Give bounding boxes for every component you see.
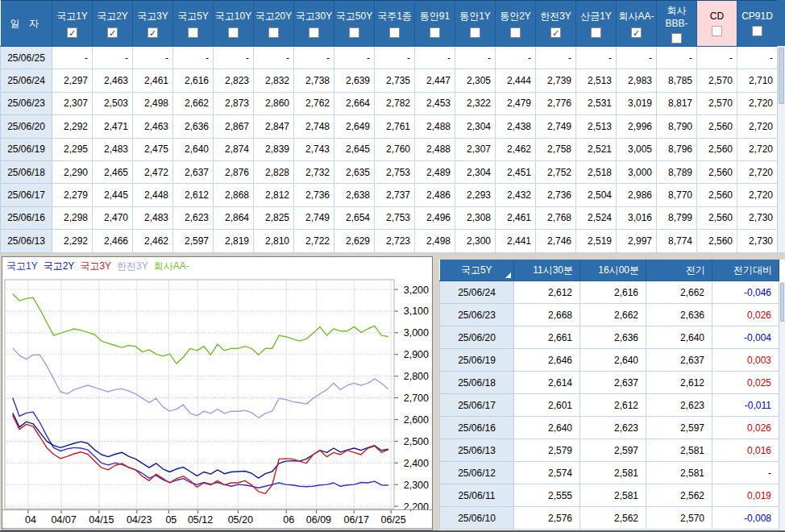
rates-row: 25/06/202,2922,4712,4632,6362,8672,8472,… <box>1 115 778 138</box>
rates-cell: - <box>375 47 415 69</box>
rates-col-checkbox-7[interactable] <box>349 27 359 38</box>
rates-col-checkbox-16[interactable] <box>712 26 722 36</box>
quote-series-selector[interactable]: 국고5Y <box>440 260 514 281</box>
rates-cell: - <box>93 47 133 69</box>
svg-text:3,200: 3,200 <box>404 285 429 296</box>
rates-col-checkbox-10[interactable] <box>470 27 480 38</box>
rates-col-checkbox-12[interactable]: ✓ <box>550 27 561 38</box>
rates-col-checkbox-4[interactable] <box>228 27 239 38</box>
rates-table-scrollbar-thumb[interactable] <box>779 48 784 104</box>
quote-cell-prev: 2,637 <box>646 349 712 372</box>
rates-cell: 2,762 <box>294 92 334 114</box>
quote-row-date: 25/06/23 <box>440 304 514 326</box>
rates-cell: 2,720 <box>737 184 778 206</box>
rates-cell: 2,432 <box>496 184 536 206</box>
quote-cell-prev: 2,570 <box>646 507 712 530</box>
quote-cell-prev: 2,636 <box>646 304 712 326</box>
rates-cell: - <box>455 47 496 69</box>
rates-cell: 2,498 <box>133 92 173 114</box>
rates-col-checkbox-5[interactable] <box>268 27 279 38</box>
rates-cell: 2,560 <box>697 184 737 206</box>
rates-col-checkbox-6[interactable] <box>309 27 319 38</box>
rates-col-label: 국고30Y <box>294 10 334 23</box>
rates-col-checkbox-3[interactable] <box>188 27 198 38</box>
quote-cell-change: 0,026 <box>712 417 779 439</box>
rates-row-date: 25/06/20 <box>1 115 52 138</box>
rates-row-date: 25/06/17 <box>1 184 52 206</box>
rates-cell: 2,304 <box>455 160 496 183</box>
quote-row: 25/06/162,6402,6232,5970,026 <box>440 417 779 439</box>
rates-col-header-5: 국고20Y <box>254 1 294 47</box>
rates-col-checkbox-14[interactable]: ✓ <box>631 27 642 38</box>
quote-cell-1600: 2,562 <box>580 507 646 530</box>
rates-cell: 2,472 <box>133 160 173 183</box>
rates-col-checkbox-2[interactable]: ✓ <box>147 27 158 38</box>
dropdown-corner-icon <box>505 272 511 278</box>
rates-col-checkbox-0[interactable]: ✓ <box>67 27 77 38</box>
quote-cell-1600: 2,623 <box>580 417 646 439</box>
rates-cell: - <box>415 47 455 69</box>
quote-row-date: 25/06/10 <box>440 507 514 530</box>
series-국고2Y <box>13 413 388 478</box>
quote-series-label: 국고5Y <box>461 264 492 276</box>
rates-cell: 2,475 <box>133 138 173 160</box>
quote-cell-1130: 2,555 <box>514 484 580 507</box>
rates-cell: 2,828 <box>254 160 294 183</box>
svg-text:3,100: 3,100 <box>404 305 429 317</box>
rates-col-checkbox-13[interactable] <box>591 27 601 38</box>
rates-cell: 2,638 <box>334 184 375 206</box>
rates-cell: 2,471 <box>93 115 133 138</box>
rates-cell: 8,790 <box>657 115 697 138</box>
rates-row: 25/06/192,2952,4832,4752,6402,8742,8392,… <box>1 138 778 160</box>
rates-cell: 2,298 <box>52 206 93 229</box>
rates-table-panel: 일 자국고1Y✓국고2Y✓국고3Y✓국고5Y국고10Y국고20Y국고30Y국고5… <box>0 0 785 252</box>
quote-row: 25/06/102,5762,5622,570-0,008 <box>440 507 779 530</box>
rates-row: 25/06/172,2792,4452,4482,6122,8682,8122,… <box>1 184 778 206</box>
quote-cell-change: 0,026 <box>712 304 779 326</box>
quote-cell-1130: 2,601 <box>514 394 580 417</box>
rates-cell: 8,799 <box>657 206 697 229</box>
rates-cell: 2,776 <box>536 92 576 114</box>
rates-cell: 2,488 <box>415 138 455 160</box>
svg-text:04: 04 <box>25 514 36 526</box>
rates-cell: 2,873 <box>214 92 254 114</box>
quote-table-scrollbar-thumb[interactable] <box>780 283 784 322</box>
quote-cell-change: - <box>712 462 779 484</box>
rates-cell: 2,860 <box>254 92 294 114</box>
rates-cell: 2,736 <box>294 184 334 206</box>
rates-table-scrollbar[interactable] <box>777 46 785 252</box>
quote-row: 25/06/182,6142,6372,6120,025 <box>440 372 779 394</box>
rates-col-header-17: CP91D <box>737 1 778 47</box>
rates-cell: 8,789 <box>657 160 697 183</box>
rates-cell: 2,488 <box>415 115 455 138</box>
quote-cell-prev: 2,623 <box>646 394 712 417</box>
rates-cell: 2,664 <box>334 92 375 114</box>
quote-cell-change: -0,004 <box>712 326 779 349</box>
rates-col-header-2: 국고3Y✓ <box>133 1 173 47</box>
quote-table-scrollbar[interactable] <box>779 281 785 530</box>
rates-cell: 2,503 <box>93 92 133 114</box>
rates-cell: 2,560 <box>697 115 737 138</box>
quote-row-date: 25/06/17 <box>440 394 514 417</box>
rates-cell: 2,560 <box>697 206 737 229</box>
rates-cell: 2,730 <box>737 206 778 229</box>
rates-cell: - <box>133 47 173 69</box>
rates-col-checkbox-8[interactable] <box>389 27 400 38</box>
rates-col-checkbox-1[interactable]: ✓ <box>107 27 118 38</box>
rates-cell: 2,290 <box>52 160 93 183</box>
quote-row: 25/06/232,6682,6622,6360,026 <box>440 304 779 326</box>
rates-col-checkbox-15[interactable] <box>671 33 682 44</box>
rates-col-checkbox-9[interactable] <box>430 27 440 38</box>
quote-cell-prev: 2,662 <box>646 281 712 304</box>
svg-text:3,000: 3,000 <box>404 327 429 339</box>
rates-col-checkbox-17[interactable] <box>752 26 762 36</box>
quote-header-change: 전기대비 <box>712 260 779 281</box>
rates-cell: 2,461 <box>496 206 536 229</box>
rates-cell: 2,637 <box>173 160 214 183</box>
rates-row-date: 25/06/18 <box>1 160 52 183</box>
rates-cell: 2,513 <box>576 69 617 92</box>
rates-col-header-8: 국주1종 <box>375 1 415 47</box>
rates-cell: 2,616 <box>173 69 214 92</box>
rates-cell: 2,483 <box>133 206 173 229</box>
rates-col-checkbox-11[interactable] <box>510 27 521 38</box>
